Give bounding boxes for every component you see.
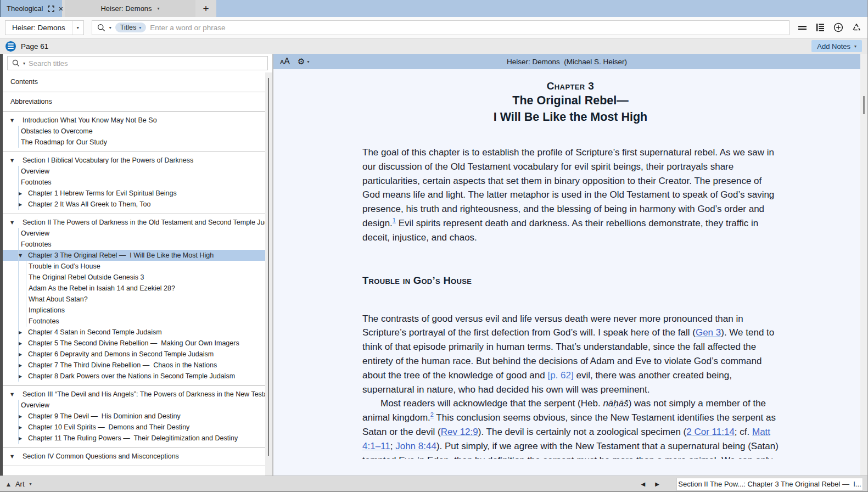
chevron-right-icon[interactable]: ▶ (19, 330, 28, 335)
scripture-link[interactable]: Rev 12:9 (441, 427, 478, 437)
search-icon[interactable] (97, 24, 105, 32)
nav-forward-icon[interactable]: ▶ (650, 481, 664, 487)
toc-item[interactable]: Footnotes (3, 316, 265, 327)
application-window: Theological × Heiser: Demons ▾ + Heiser:… (0, 0, 868, 492)
toc-item[interactable]: ▶Chapter 6 Depravity and Demons in Secon… (3, 349, 265, 360)
chevron-right-icon[interactable]: ▶ (19, 414, 28, 419)
toc-item[interactable]: ▶Chapter 7 The Third Divine Rebellion — … (3, 360, 265, 371)
scrollbar-thumb[interactable] (863, 96, 865, 114)
chevron-down-icon[interactable]: ▾ (23, 61, 25, 66)
toc-item-label: Chapter 11 The Ruling Powers — Their Del… (28, 434, 238, 442)
chevron-down-icon[interactable]: ▼ (10, 158, 23, 163)
chevron-right-icon[interactable]: ▶ (19, 363, 28, 368)
status-bar: ▲ Art ▾ ◀ ▶ Section II The Pow...: Chapt… (0, 476, 867, 492)
toc-item[interactable]: ▶Chapter 5 The Second Divine Rebellion —… (3, 338, 265, 349)
toc-item[interactable]: ▶Chapter 2 It Was All Greek to Them, Too (3, 199, 265, 210)
scripture-link[interactable]: 2 Cor 11:14 (686, 427, 735, 437)
chevron-right-icon[interactable]: ▶ (19, 436, 28, 441)
toc-item[interactable]: ▼Section II The Powers of Darkness in th… (3, 217, 265, 228)
toc-item[interactable]: Overview (3, 166, 265, 177)
collapse-up-icon[interactable]: ▲ (7, 482, 10, 487)
reader-scrollbar[interactable] (860, 54, 867, 476)
scripture-link[interactable]: John 8:44 (395, 441, 436, 451)
toc-item[interactable]: ▶Chapter 8 Dark Powers over the Nations … (3, 371, 265, 382)
text-run: ). The devil is certainly not a zoologic… (478, 427, 687, 437)
search-input[interactable] (150, 24, 784, 32)
toc-item-label: Chapter 6 Depravity and Demons in Second… (28, 350, 214, 358)
toc-item[interactable]: What About Satan? (3, 294, 265, 305)
toc-item-label: Chapter 7 The Third Divine Rebellion — C… (28, 361, 217, 369)
toc-item[interactable]: ▶Chapter 4 Satan in Second Temple Judais… (3, 327, 265, 338)
toc-item[interactable]: ▶Chapter 9 The Devil — His Dominion and … (3, 411, 265, 422)
menu-icon[interactable] (797, 23, 807, 32)
add-notes-button[interactable]: Add Notes ▾ (811, 40, 862, 52)
toc-item-label: Overview (21, 230, 49, 237)
toc-item[interactable]: Abbreviations (3, 95, 265, 108)
nav-back-icon[interactable]: ◀ (636, 481, 651, 487)
toc-group: ▼Section II The Powers of Darkness in th… (3, 214, 265, 386)
chevron-right-icon[interactable]: ▶ (19, 352, 28, 357)
tab-heiser-demons[interactable]: Heiser: Demons ▾ (65, 0, 195, 17)
toc-item[interactable]: Trouble in God’s House (3, 261, 265, 272)
toc-item[interactable]: ▶Chapter 10 Evil Spirits — Demons and Th… (3, 422, 265, 433)
toc-item[interactable]: ▼Introduction What You Know May Not Be S… (3, 115, 265, 126)
chevron-right-icon[interactable]: ▶ (19, 341, 28, 346)
sidebar-search-field[interactable]: ▾ (7, 56, 268, 70)
table-of-contents: ContentsAbbreviations▼Introduction What … (3, 72, 272, 476)
chevron-right-icon[interactable]: ▶ (19, 425, 28, 430)
expand-layout-icon[interactable] (48, 5, 54, 12)
settings-control[interactable]: ⚙ ▾ (298, 57, 309, 66)
toc-item[interactable]: Footnotes (3, 239, 265, 250)
resource-selector[interactable]: Heiser: Demons ▾ (5, 20, 84, 35)
chevron-down-icon[interactable]: ▾ (30, 482, 32, 487)
toc-item[interactable]: Overview (3, 400, 265, 411)
toc-item[interactable]: The Roadmap for Our Study (3, 137, 265, 148)
page-marker: [p. 62] (547, 370, 573, 381)
chevron-down-icon[interactable]: ▼ (10, 392, 23, 397)
toc-item[interactable]: Implications (3, 305, 265, 316)
new-tab-button[interactable]: + (195, 0, 216, 17)
chevron-right-icon[interactable]: ▶ (19, 202, 28, 207)
resource-selector-caret[interactable]: ▾ (72, 21, 83, 35)
toc-item-label: Footnotes (21, 178, 52, 186)
chevron-down-icon[interactable]: ▼ (10, 220, 23, 225)
search-bar[interactable]: ▾ Titles ▾ (92, 20, 789, 35)
toc-item[interactable]: ▼Section I Biblical Vocabulary for the P… (3, 155, 265, 166)
toc-item[interactable]: Overview (3, 228, 265, 239)
chevron-down-icon[interactable]: ▾ (158, 6, 160, 11)
toc-item[interactable]: ▼Section IV Common Questions and Misconc… (3, 451, 265, 462)
breadcrumb[interactable]: Section II The Pow...: Chapter 3 The Ori… (676, 478, 863, 491)
sync-icon[interactable] (852, 23, 861, 32)
outline-view-icon[interactable] (815, 23, 825, 32)
toc-item-label: Abbreviations (10, 98, 52, 105)
toc-item[interactable]: The Original Rebel Outside Genesis 3 (3, 272, 265, 283)
toc-item-label: Overview (21, 167, 49, 175)
toc-item[interactable]: Obstacles to Overcome (3, 126, 265, 137)
text-run: The contrasts of good versus evil and li… (362, 314, 743, 338)
text-size-icon[interactable]: AA (280, 57, 290, 66)
circle-plus-icon[interactable] (833, 23, 843, 32)
toc-item[interactable]: Contents (3, 75, 265, 88)
search-type-caret[interactable]: ▾ (109, 25, 111, 30)
scripture-link[interactable]: Gen 3 (696, 327, 721, 338)
toc-item[interactable]: ▶Chapter 11 The Ruling Powers — Their De… (3, 433, 265, 444)
chevron-down-icon[interactable]: ▼ (10, 118, 23, 123)
chevron-right-icon[interactable]: ▶ (19, 374, 28, 379)
locator-bar: Page 61 Add Notes ▾ (0, 38, 867, 54)
scrollbar-thumb[interactable] (268, 78, 269, 456)
sidebar-scrollbar[interactable] (265, 72, 272, 476)
search-scope-pill[interactable]: Titles ▾ (115, 23, 146, 32)
toc-item[interactable]: ▼Section III “The Devil and His Angels”:… (3, 389, 265, 400)
toc-item-selected[interactable]: ▼Chapter 3 The Original Rebel — I Will B… (3, 250, 265, 261)
chevron-down-icon[interactable]: ▼ (19, 253, 28, 258)
toc-item[interactable]: Footnotes (3, 177, 265, 188)
tab-theological[interactable]: Theological × (0, 0, 62, 17)
contents-menu-icon[interactable] (5, 41, 16, 52)
toc-item[interactable]: Adam As the Rebel in Isaiah 14 and Ezeki… (3, 283, 265, 294)
toc-item[interactable]: ▶Chapter 1 Hebrew Terms for Evil Spiritu… (3, 188, 265, 199)
chapter-title-line2: I Will Be Like the Most High (362, 109, 779, 125)
chevron-right-icon[interactable]: ▶ (19, 191, 28, 196)
sidebar-search-input[interactable] (29, 59, 263, 68)
art-selector-label[interactable]: Art (15, 480, 25, 488)
chevron-down-icon[interactable]: ▼ (10, 454, 23, 459)
